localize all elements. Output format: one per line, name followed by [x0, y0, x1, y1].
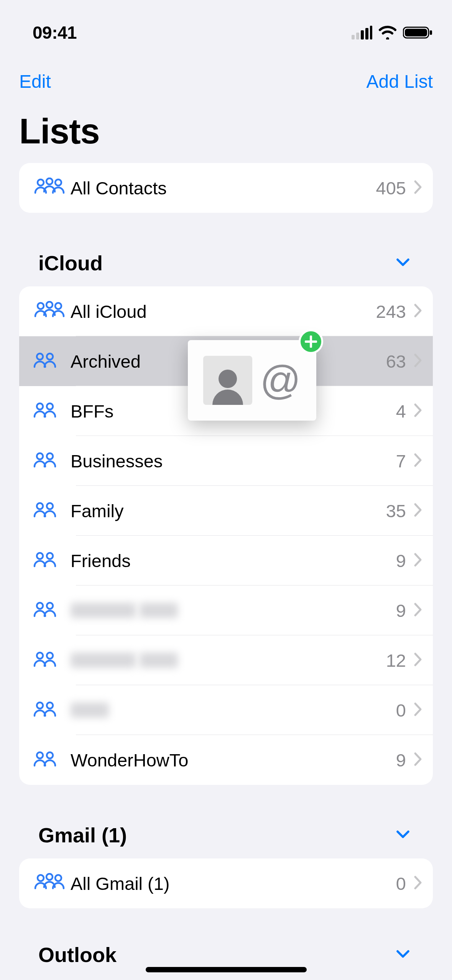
contacts-pair-icon	[32, 700, 71, 720]
row-count: 243	[376, 301, 406, 322]
svg-rect-0	[352, 35, 355, 39]
row-label	[71, 653, 386, 668]
chevron-right-icon	[414, 652, 422, 668]
row-count: 9	[396, 600, 406, 621]
list-row[interactable]: 9	[19, 585, 433, 635]
section-title: iCloud	[38, 251, 103, 275]
contacts-pair-icon	[32, 651, 71, 670]
all-contacts-section: All Contacts 405	[19, 163, 433, 213]
svg-point-20	[37, 503, 43, 509]
status-time: 09:41	[33, 22, 77, 43]
chevron-right-icon	[414, 503, 422, 519]
contacts-pair-icon	[32, 501, 71, 520]
section-gmail: All Gmail (1)0	[19, 858, 433, 908]
svg-point-30	[37, 752, 43, 758]
wifi-icon	[378, 26, 397, 39]
svg-point-28	[37, 702, 43, 709]
contacts-pair-icon	[32, 750, 71, 770]
svg-point-21	[47, 503, 53, 509]
chevron-right-icon	[414, 702, 422, 718]
row-count: 0	[396, 873, 406, 894]
row-count: 35	[386, 500, 406, 521]
row-count: 9	[396, 550, 406, 571]
row-count: 4	[396, 401, 406, 422]
svg-point-35	[219, 370, 237, 388]
list-row[interactable]: Friends9	[19, 536, 433, 585]
edit-button[interactable]: Edit	[19, 71, 51, 92]
svg-point-19	[47, 453, 53, 459]
chevron-right-icon	[414, 403, 422, 419]
row-label: Businesses	[71, 451, 396, 472]
nav-bar: Edit Add List	[0, 58, 452, 96]
contacts-pair-icon	[32, 352, 71, 371]
contacts-group-icon	[32, 178, 71, 198]
home-indicator[interactable]	[146, 967, 307, 972]
svg-rect-3	[365, 28, 368, 39]
chevron-down-icon	[396, 258, 410, 268]
svg-rect-4	[370, 26, 372, 39]
list-row[interactable]: All iCloud243	[19, 286, 433, 336]
chevron-right-icon	[414, 602, 422, 618]
list-row[interactable]: Businesses7	[19, 436, 433, 486]
svg-point-27	[47, 653, 53, 659]
row-count: 9	[396, 750, 406, 771]
row-label: Family	[71, 500, 386, 521]
svg-point-29	[47, 702, 53, 709]
contacts-pair-icon	[32, 401, 71, 421]
svg-point-25	[47, 603, 53, 609]
section-header-gmail[interactable]: Gmail (1)	[19, 800, 433, 854]
svg-point-9	[46, 178, 53, 184]
drag-contact-card[interactable]: @	[188, 340, 316, 421]
svg-point-33	[46, 874, 53, 880]
chevron-right-icon	[414, 180, 422, 196]
svg-rect-6	[405, 29, 427, 36]
list-row[interactable]: All Gmail (1)0	[19, 858, 433, 908]
list-row[interactable]: WonderHowTo9	[19, 735, 433, 785]
svg-point-17	[47, 403, 53, 409]
svg-point-8	[38, 179, 44, 186]
svg-rect-7	[430, 30, 432, 35]
section-title: Gmail (1)	[38, 823, 127, 847]
svg-rect-1	[356, 33, 359, 39]
add-badge-icon	[299, 329, 323, 354]
list-row-all-contacts[interactable]: All Contacts 405	[19, 163, 433, 213]
avatar-icon	[203, 356, 252, 405]
svg-point-10	[55, 179, 61, 186]
chevron-down-icon	[396, 950, 410, 960]
contacts-group-icon	[32, 873, 71, 894]
section-header-icloud[interactable]: iCloud	[19, 228, 433, 282]
svg-point-15	[47, 354, 53, 360]
svg-point-14	[37, 354, 43, 360]
list-row[interactable]: 0	[19, 685, 433, 735]
row-label	[71, 603, 396, 618]
status-icons	[352, 26, 433, 39]
row-label	[71, 702, 396, 718]
svg-point-24	[37, 603, 43, 609]
contacts-pair-icon	[32, 601, 71, 620]
list-row[interactable]: 12	[19, 635, 433, 685]
row-count: 0	[396, 700, 406, 721]
page-title: Lists	[0, 96, 452, 163]
contacts-pair-icon	[32, 451, 71, 470]
row-label: All Contacts	[71, 178, 376, 199]
row-count: 12	[386, 650, 406, 671]
svg-point-12	[46, 302, 53, 308]
svg-point-13	[55, 303, 61, 309]
list-row[interactable]: Family35	[19, 486, 433, 536]
cellular-icon	[352, 26, 372, 39]
chevron-right-icon	[414, 353, 422, 369]
svg-point-16	[37, 403, 43, 409]
svg-point-32	[38, 875, 44, 881]
section-title: Outlook	[38, 943, 117, 967]
at-icon: @	[260, 357, 301, 403]
contacts-pair-icon	[32, 551, 71, 570]
add-list-button[interactable]: Add List	[367, 71, 433, 92]
chevron-right-icon	[414, 875, 422, 891]
row-label: Friends	[71, 550, 396, 571]
status-bar: 09:41	[0, 8, 452, 58]
row-count: 63	[386, 351, 406, 372]
row-label: All Gmail (1)	[71, 873, 396, 894]
battery-icon	[403, 26, 433, 39]
svg-point-22	[37, 553, 43, 559]
section-header-outlook[interactable]: Outlook	[19, 920, 433, 967]
